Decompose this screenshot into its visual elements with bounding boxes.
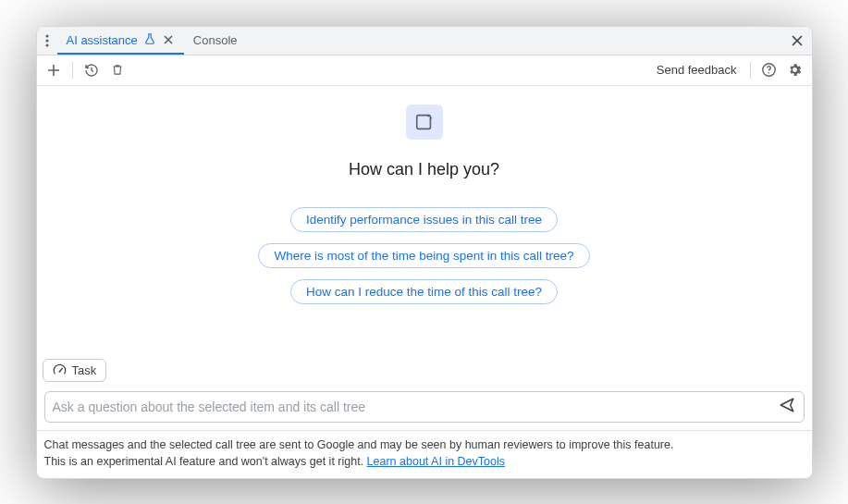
svg-point-1 (45, 39, 48, 42)
new-chat-button[interactable] (43, 59, 65, 81)
send-feedback-button[interactable]: Send feedback (651, 63, 743, 77)
disclaimer-line-2-prefix: This is an experimental AI feature and w… (44, 455, 367, 468)
close-icon (164, 35, 173, 44)
suggestion-chip[interactable]: Where is most of the time being spent in… (258, 243, 589, 268)
learn-more-link[interactable]: Learn about AI in DevTools (367, 455, 505, 468)
send-button[interactable] (778, 397, 796, 417)
ai-spark-icon (414, 112, 435, 132)
tab-ai-assistance[interactable]: AI assistance (57, 27, 184, 55)
suggestion-list: Identify performance issues in this call… (258, 207, 589, 304)
svg-point-0 (45, 34, 48, 37)
divider (72, 62, 73, 79)
tab-console[interactable]: Console (184, 27, 247, 55)
prompt-input-box[interactable] (44, 391, 805, 423)
gear-icon (787, 62, 803, 78)
divider (750, 62, 751, 79)
svg-rect-5 (416, 115, 430, 129)
history-icon (84, 63, 99, 78)
devtools-window: AI assistance Console Send feedback (36, 26, 813, 479)
trash-icon (111, 63, 124, 77)
main-content: How can I help you? Identify performance… (37, 86, 812, 383)
input-row (37, 382, 812, 430)
close-panel-button[interactable] (782, 27, 812, 55)
suggestion-chip[interactable]: Identify performance issues in this call… (290, 207, 558, 232)
hero-icon-container (406, 104, 443, 140)
svg-point-4 (768, 72, 769, 73)
send-icon (778, 397, 796, 413)
kebab-icon (45, 34, 49, 47)
suggestion-chip[interactable]: How can I reduce the time of this call t… (290, 279, 558, 304)
task-label: Task (72, 363, 97, 377)
panel-more-button[interactable] (37, 27, 57, 55)
help-button[interactable] (758, 59, 780, 81)
close-icon (792, 35, 803, 46)
history-button[interactable] (80, 59, 103, 81)
plus-icon (47, 64, 60, 77)
settings-button[interactable] (784, 59, 806, 81)
svg-point-6 (58, 371, 60, 373)
delete-button[interactable] (106, 59, 129, 81)
help-icon (761, 62, 777, 78)
flask-icon (143, 32, 156, 48)
svg-point-2 (45, 43, 48, 46)
speedometer-icon (53, 363, 67, 377)
prompt-input[interactable] (53, 400, 770, 414)
disclaimer: Chat messages and the selected call tree… (37, 430, 812, 477)
page-title: How can I help you? (349, 160, 499, 179)
tab-label: AI assistance (67, 33, 138, 47)
tab-close-button[interactable] (162, 32, 175, 48)
tab-label: Console (193, 33, 238, 47)
toolbar: Send feedback (37, 55, 812, 86)
task-selector-button[interactable]: Task (43, 359, 107, 382)
tab-bar: AI assistance Console (37, 27, 812, 55)
disclaimer-line-1: Chat messages and the selected call tree… (44, 438, 674, 451)
